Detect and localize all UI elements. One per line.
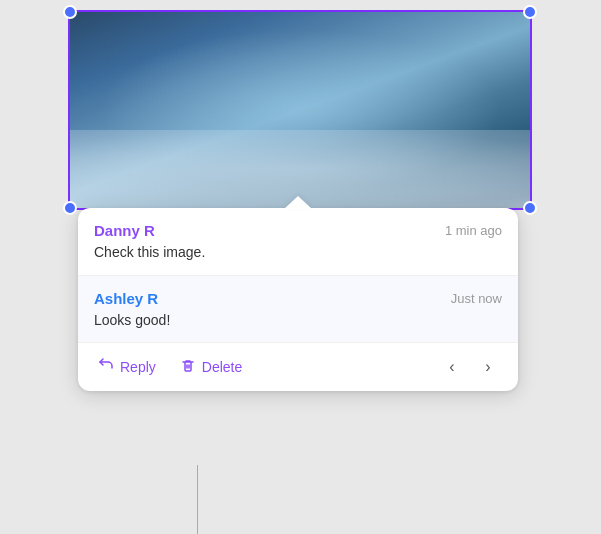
reply-label: Reply [120,359,156,375]
next-button[interactable]: › [474,353,502,381]
comment-time-1: 1 min ago [445,223,502,238]
prev-button[interactable]: ‹ [438,353,466,381]
comment-entry-1: Danny R 1 min ago Check this image. [78,208,518,275]
handle-bottom-right[interactable] [523,201,537,215]
selected-image-container[interactable] [68,10,532,210]
comment-time-2: Just now [451,291,502,306]
chevron-right-icon: › [485,358,490,376]
action-right: ‹ › [438,353,502,381]
reply-icon [98,358,114,377]
handle-bottom-left[interactable] [63,201,77,215]
delete-button[interactable]: Delete [176,356,246,379]
chevron-left-icon: ‹ [449,358,454,376]
comment-header-1: Danny R 1 min ago [94,222,502,239]
stem-line [197,465,198,534]
comment-author-2: Ashley R [94,290,158,307]
trash-icon [180,358,196,377]
image [70,12,530,208]
comment-text-2: Looks good! [94,311,502,331]
canvas: Danny R 1 min ago Check this image. Ashl… [0,0,601,534]
action-bar: Reply Delete ‹ [78,342,518,391]
comment-popup: Danny R 1 min ago Check this image. Ashl… [78,208,518,391]
reply-button[interactable]: Reply [94,356,160,379]
handle-top-right[interactable] [523,5,537,19]
handle-top-left[interactable] [63,5,77,19]
comment-header-2: Ashley R Just now [94,290,502,307]
delete-label: Delete [202,359,242,375]
comment-entry-2: Ashley R Just now Looks good! [78,275,518,343]
comment-text-1: Check this image. [94,243,502,263]
action-left: Reply Delete [94,356,246,379]
comment-author-1: Danny R [94,222,155,239]
